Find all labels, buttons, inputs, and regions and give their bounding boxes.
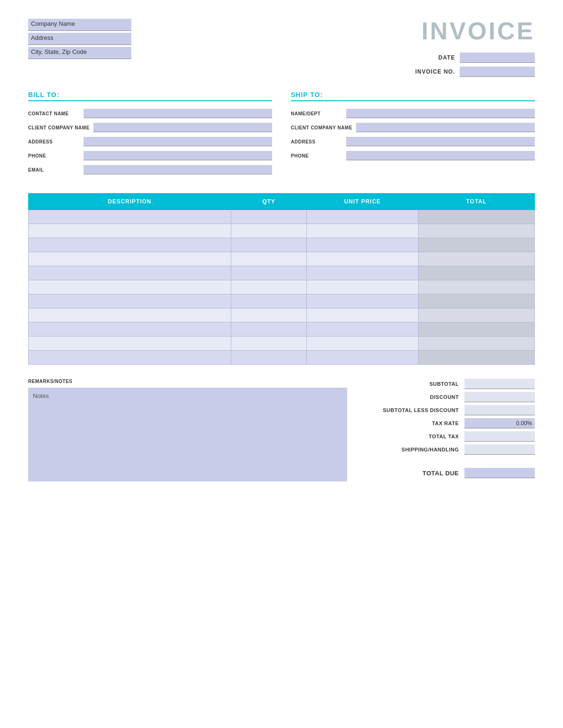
- table-cell-qty[interactable]: [231, 337, 307, 351]
- bill-contact-field[interactable]: [84, 109, 272, 118]
- bill-to-title: BILL TO:: [28, 91, 272, 101]
- total-due-field[interactable]: [464, 468, 535, 478]
- bill-address-field[interactable]: [84, 137, 272, 146]
- subtotal-less-discount-field[interactable]: [464, 405, 535, 415]
- table-cell-desc[interactable]: [29, 323, 231, 337]
- table-cell-desc[interactable]: [29, 238, 231, 252]
- table-cell-total[interactable]: [418, 224, 534, 238]
- ship-address-field[interactable]: [346, 137, 535, 146]
- table-cell-unit-price[interactable]: [307, 238, 418, 252]
- date-label: DATE: [413, 54, 455, 61]
- table-cell-unit-price[interactable]: [307, 252, 418, 266]
- table-cell-total[interactable]: [418, 280, 534, 294]
- table-cell-qty[interactable]: [231, 266, 307, 280]
- table-cell-desc[interactable]: [29, 351, 231, 365]
- invoice-table: DESCRIPTION QTY UNIT PRICE TOTAL: [28, 193, 535, 365]
- shipping-row: SHIPPING/HANDLING: [366, 444, 535, 455]
- table-cell-unit-price[interactable]: [307, 308, 418, 323]
- table-cell-qty[interactable]: [231, 280, 307, 294]
- table-cell-desc[interactable]: [29, 280, 231, 294]
- discount-label: DISCOUNT: [374, 394, 459, 400]
- subtotal-field[interactable]: [464, 379, 535, 389]
- shipping-field[interactable]: [464, 444, 535, 455]
- table-cell-unit-price[interactable]: [307, 280, 418, 294]
- ship-company-field[interactable]: [356, 123, 535, 132]
- table-cell-total[interactable]: [418, 294, 534, 308]
- table-cell-total[interactable]: [418, 252, 534, 266]
- col-header-unit-price: UNIT PRICE: [307, 194, 418, 210]
- table-cell-qty[interactable]: [231, 252, 307, 266]
- table-cell-desc[interactable]: [29, 252, 231, 266]
- table-cell-desc[interactable]: [29, 337, 231, 351]
- bill-phone-field[interactable]: [84, 151, 272, 160]
- discount-field[interactable]: [464, 392, 535, 402]
- table-row: [29, 252, 535, 266]
- table-row: [29, 224, 535, 238]
- table-cell-desc[interactable]: [29, 294, 231, 308]
- table-cell-total[interactable]: [418, 308, 534, 323]
- invoice-page: Company Name Address City, State, Zip Co…: [28, 19, 535, 481]
- table-cell-unit-price[interactable]: [307, 210, 418, 224]
- city-state-zip-field[interactable]: City, State, Zip Code: [28, 47, 131, 59]
- table-cell-unit-price[interactable]: [307, 266, 418, 280]
- bill-to-section: BILL TO: CONTACT NAME CLIENT COMPANY NAM…: [28, 91, 272, 179]
- table-cell-qty[interactable]: [231, 294, 307, 308]
- notes-box[interactable]: Notes: [28, 388, 347, 481]
- invoice-no-row: INVOICE NO.: [413, 67, 535, 77]
- table-cell-qty[interactable]: [231, 224, 307, 238]
- remarks-section: REMARKS/NOTES Notes: [28, 379, 347, 481]
- bill-company-label: CLIENT COMPANY NAME: [28, 125, 90, 130]
- tax-rate-field[interactable]: 0.00%: [464, 418, 535, 428]
- table-cell-total[interactable]: [418, 238, 534, 252]
- table-header-row: DESCRIPTION QTY UNIT PRICE TOTAL: [29, 194, 535, 210]
- table-row: [29, 323, 535, 337]
- bill-email-label: EMAIL: [28, 167, 80, 173]
- bill-email-field[interactable]: [84, 165, 272, 174]
- table-row: [29, 294, 535, 308]
- company-name-field[interactable]: Company Name: [28, 19, 131, 31]
- table-cell-desc[interactable]: [29, 266, 231, 280]
- ship-phone-label: PHONE: [291, 153, 342, 158]
- table-cell-unit-price[interactable]: [307, 351, 418, 365]
- table-cell-desc[interactable]: [29, 224, 231, 238]
- table-cell-desc[interactable]: [29, 210, 231, 224]
- table-cell-qty[interactable]: [231, 308, 307, 323]
- table-cell-qty[interactable]: [231, 238, 307, 252]
- total-due-row: TOTAL DUE: [366, 468, 535, 478]
- ship-name-dept-field[interactable]: [346, 109, 535, 118]
- bill-company-field[interactable]: [93, 123, 272, 132]
- date-row: DATE: [413, 53, 535, 63]
- ship-name-dept-label: NAME/DEPT: [291, 111, 342, 116]
- invoice-right: INVOICE DATE INVOICE NO.: [413, 19, 535, 77]
- table-cell-total[interactable]: [418, 323, 534, 337]
- table-cell-unit-price[interactable]: [307, 323, 418, 337]
- table-cell-qty[interactable]: [231, 210, 307, 224]
- table-cell-total[interactable]: [418, 266, 534, 280]
- date-field[interactable]: [460, 53, 535, 63]
- table-row: [29, 280, 535, 294]
- ship-phone-field[interactable]: [346, 151, 535, 160]
- table-cell-total[interactable]: [418, 210, 534, 224]
- table-row: [29, 308, 535, 323]
- total-tax-field[interactable]: [464, 431, 535, 442]
- table-cell-qty[interactable]: [231, 351, 307, 365]
- invoice-no-label: INVOICE NO.: [413, 68, 455, 75]
- ship-company-label: CLIENT COMPANY NAME: [291, 125, 352, 130]
- table-cell-total[interactable]: [418, 337, 534, 351]
- table-row: [29, 337, 535, 351]
- bottom-section: REMARKS/NOTES Notes SUBTOTAL DISCOUNT SU…: [28, 379, 535, 481]
- table-cell-total[interactable]: [418, 351, 534, 365]
- invoice-no-field[interactable]: [460, 67, 535, 77]
- ship-to-title: SHIP TO:: [291, 91, 535, 101]
- table-cell-desc[interactable]: [29, 308, 231, 323]
- table-cell-qty[interactable]: [231, 323, 307, 337]
- table-row: [29, 210, 535, 224]
- bill-contact-label: CONTACT NAME: [28, 111, 80, 116]
- table-cell-unit-price[interactable]: [307, 294, 418, 308]
- address-field[interactable]: Address: [28, 33, 131, 45]
- subtotal-less-discount-row: SUBTOTAL LESS DISCOUNT: [366, 405, 535, 415]
- table-cell-unit-price[interactable]: [307, 224, 418, 238]
- table-cell-unit-price[interactable]: [307, 337, 418, 351]
- bill-email-row: EMAIL: [28, 165, 272, 174]
- col-header-qty: QTY: [231, 194, 307, 210]
